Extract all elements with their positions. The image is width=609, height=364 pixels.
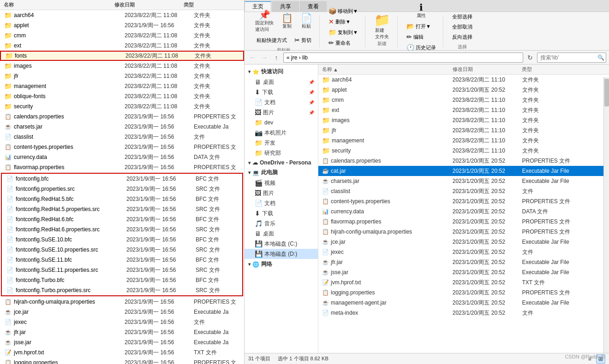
col-name-header[interactable]: 名称 ▲ xyxy=(322,66,453,73)
left-file-row[interactable]: 📄jexec2023/1/9/周一 16:56文件 xyxy=(0,317,244,327)
left-file-row[interactable]: 📄fontconfig.properties.src2023/1/9/周一 16… xyxy=(2,184,242,194)
nav-item[interactable]: 🖼图片📌 xyxy=(245,107,318,117)
table-row[interactable]: 📁management2023/8/22/周二 11:10文件夹 xyxy=(318,135,609,146)
nav-section-header[interactable]: ▾☁OneDrive - Persona xyxy=(245,158,318,167)
table-row[interactable]: 📁security2023/8/22/周二 11:10文件夹 xyxy=(318,146,609,156)
pin-quick-access-button[interactable]: 📌 固定到快速访问 xyxy=(252,9,277,34)
col-type-header[interactable]: 类型 xyxy=(522,66,609,73)
refresh-button[interactable]: ↻ xyxy=(525,53,535,63)
new-folder-button[interactable]: 📁 新建文件夹 xyxy=(371,16,394,39)
nav-item[interactable]: 📁开发 xyxy=(245,138,318,148)
left-file-row[interactable]: 📄fontconfig.SuSE.11.properties.src2023/1… xyxy=(2,265,242,275)
left-col-date-header[interactable]: 修改日期 xyxy=(114,1,184,8)
left-file-row[interactable]: 📄fontconfig.SuSE.10.properties.src2023/1… xyxy=(2,245,242,255)
nav-item[interactable]: 📷本机照片 xyxy=(245,128,318,138)
nav-item[interactable]: ⬇下载 xyxy=(245,208,318,218)
forward-button[interactable]: → xyxy=(259,53,269,63)
invert-select-button[interactable]: 反向选择 xyxy=(449,32,476,42)
left-file-row[interactable]: 📄fontconfig.RedHat.5.bfc2023/1/9/周一 16:5… xyxy=(2,194,242,204)
table-row[interactable]: 📋content-types.properties2023/1/20/周五 20… xyxy=(318,196,609,206)
select-none-button[interactable]: 全部取消 xyxy=(449,22,476,32)
rename-button[interactable]: ✏ 重命名 xyxy=(325,38,361,48)
left-file-row[interactable]: 📄fontconfig.SuSE.11.bfc2023/1/9/周一 16:56… xyxy=(2,255,242,265)
paste-button[interactable]: 📄 粘贴 xyxy=(297,12,316,31)
left-file-row[interactable]: 📋logging.properties2023/1/9/周一 16:56PROP… xyxy=(0,358,244,364)
file-pane-list[interactable]: 📁aarch642023/8/22/周二 11:10文件夹📁applet2023… xyxy=(318,75,609,353)
table-row[interactable]: ☕jce.jar2023/1/20/周五 20:52Executable Jar… xyxy=(318,237,609,247)
left-file-row[interactable]: 📄fontconfig.SuSE.10.bfc2023/1/9/周一 16:56… xyxy=(2,235,242,245)
table-row[interactable]: 📄classlist2023/1/20/周五 20:52文件 xyxy=(318,186,609,196)
col-date-header[interactable]: 修改日期 xyxy=(453,66,522,73)
nav-item[interactable]: 📁研究部 xyxy=(245,148,318,158)
left-file-row[interactable]: 📋content-types.properties2023/1/9/周一 16:… xyxy=(0,142,244,152)
table-row[interactable]: 📄meta-index2023/1/20/周五 20:52文件 xyxy=(318,308,609,318)
table-row[interactable]: 📁ext2023/8/22/周二 11:10文件夹 xyxy=(318,105,609,115)
left-file-row[interactable]: 📝jvm.hprof.txt2023/1/9/周一 16:56TXT 文件 xyxy=(0,347,244,358)
table-row[interactable]: ☕management-agent.jar2023/1/20/周五 20:52E… xyxy=(318,298,609,308)
table-row[interactable]: 📁images2023/8/22/周二 11:10文件夹 xyxy=(318,115,609,125)
table-row[interactable]: 📁aarch642023/8/22/周二 11:10文件夹 xyxy=(318,75,609,85)
nav-item[interactable]: 💾本地磁盘 (D:) xyxy=(245,249,318,259)
table-row[interactable]: 📝jvm.hprof.txt2023/1/20/周五 20:52TXT 文件 xyxy=(318,277,609,288)
left-file-row[interactable]: 📁applet2023/1/9/周一 16:56文件夹 xyxy=(0,20,244,30)
left-file-row[interactable]: 📄fontconfig.Turbo.bfc2023/1/9/周一 16:56BF… xyxy=(2,275,242,285)
left-file-row[interactable]: ☕jsse.jar2023/1/9/周一 16:56Executable Ja xyxy=(0,337,244,347)
left-file-row[interactable]: 📁fonts2023/8/22/周二 11:08文件夹 xyxy=(0,51,244,61)
left-file-row[interactable]: 📁jfr2023/8/22/周二 11:08文件夹 xyxy=(0,71,244,81)
table-row[interactable]: 📋logging.properties2023/1/20/周五 20:52PRO… xyxy=(318,288,609,298)
left-file-row[interactable]: 📁aarch642023/8/22/周二 11:08文件夹 xyxy=(0,10,244,20)
left-file-row[interactable]: ☕jfr.jar2023/1/9/周一 16:56Executable Ja xyxy=(0,327,244,337)
left-col-name-header[interactable]: 名称 xyxy=(4,1,114,8)
nav-item[interactable]: 🖥桌面 xyxy=(245,229,318,239)
search-input[interactable] xyxy=(537,53,606,63)
left-file-row[interactable]: 📋flavormap.properties2023/1/9/周一 16:56PR… xyxy=(0,162,244,172)
left-file-row[interactable]: 📁ext2023/8/22/周二 11:08文件夹 xyxy=(0,41,244,51)
open-button[interactable]: 📂 打开▼ xyxy=(403,21,439,31)
nav-item[interactable]: 📄文档📌 xyxy=(245,97,318,107)
left-file-list[interactable]: 📁aarch642023/8/22/周二 11:08文件夹📁applet2023… xyxy=(0,10,244,364)
table-row[interactable]: ☕charsets.jar2023/1/20/周五 20:52Executabl… xyxy=(318,176,609,186)
back-button[interactable]: ← xyxy=(247,53,257,63)
nav-item[interactable]: 💾本地磁盘 (C:) xyxy=(245,239,318,249)
move-to-button[interactable]: 📦 移动到▼ xyxy=(325,6,361,16)
left-col-type-header[interactable]: 类型 xyxy=(184,1,244,8)
left-file-row[interactable]: 📁oblique-fonts2023/8/22/周二 11:08文件夹 xyxy=(0,91,244,101)
edit-button[interactable]: ✏ 编辑 xyxy=(403,32,439,42)
nav-item[interactable]: 📁dev xyxy=(245,117,318,128)
left-file-row[interactable]: 📁images2023/8/22/周二 11:08文件夹 xyxy=(0,61,244,71)
nav-section-header[interactable]: ▾💻此电脑 xyxy=(245,167,318,178)
left-file-row[interactable]: 📁cmm2023/8/22/周二 11:08文件夹 xyxy=(0,30,244,41)
table-row[interactable]: 📁jfr2023/8/22/周二 11:10文件夹 xyxy=(318,125,609,135)
nav-item[interactable]: ⬇下载📌 xyxy=(245,87,318,97)
table-row[interactable]: 📁cmm2023/8/22/周二 11:10文件夹 xyxy=(318,95,609,105)
table-row[interactable]: 📋hijrah-config-umalqura.properties2023/1… xyxy=(318,227,609,237)
address-input[interactable] xyxy=(283,53,523,63)
table-row[interactable]: ☕jsse.jar2023/1/20/周五 20:52Executable Ja… xyxy=(318,267,609,277)
table-row[interactable]: 📁applet2023/1/20/周五 20:52文件夹 xyxy=(318,85,609,95)
left-file-row[interactable]: 📄fontconfig.bfc2023/1/9/周一 16:56BFC 文件 xyxy=(2,174,242,184)
up-button[interactable]: ↑ xyxy=(271,53,281,63)
nav-item[interactable]: 🎬视频 xyxy=(245,178,318,188)
select-all-button[interactable]: 全部选择 xyxy=(449,12,476,22)
table-row[interactable]: ☕cat.jar2023/1/20/周五 20:52Executable Jar… xyxy=(318,166,609,176)
left-file-row[interactable]: 📄fontconfig.RedHat.6.bfc2023/1/9/周一 16:5… xyxy=(2,214,242,224)
nav-item[interactable]: 🖥桌面📌 xyxy=(245,77,318,87)
left-file-row[interactable]: ☕jce.jar2023/1/9/周一 16:56Executable Ja xyxy=(0,307,244,317)
left-file-row[interactable]: 📁management2023/8/22/周二 11:08文件夹 xyxy=(0,81,244,91)
table-row[interactable]: 📋calendars.properties2023/1/20/周五 20:52P… xyxy=(318,156,609,166)
left-file-row[interactable]: 📁security2023/8/22/周二 11:08文件夹 xyxy=(0,101,244,112)
left-file-row[interactable]: 📄fontconfig.RedHat.6.properties.src2023/… xyxy=(2,224,242,235)
delete-button[interactable]: ✕ 删除▼ xyxy=(325,17,361,27)
left-file-row[interactable]: 📋calendars.properties2023/1/9/周一 16:56PR… xyxy=(0,112,244,122)
copy-button[interactable]: 📋 复制 xyxy=(278,12,296,31)
search-icon[interactable]: 🔍 xyxy=(597,54,604,61)
nav-section-header[interactable]: ▾🌐网络 xyxy=(245,259,318,270)
table-row[interactable]: ☕jfr.jar2023/1/20/周五 20:52Executable Jar… xyxy=(318,257,609,267)
left-file-row[interactable]: 📄classlist2023/1/9/周一 16:56文件 xyxy=(0,132,244,142)
left-file-row[interactable]: ☕charsets.jar2023/1/9/周一 16:56Executable… xyxy=(0,122,244,132)
nav-item[interactable]: 🎵音乐 xyxy=(245,218,318,229)
cut-button[interactable]: ✂ 剪切 xyxy=(291,35,315,45)
table-row[interactable]: 📄jexec2023/1/20/周五 20:52文件 xyxy=(318,247,609,257)
left-file-row[interactable]: 📊currency.data2023/1/9/周一 16:56DATA 文件 xyxy=(0,152,244,162)
left-file-row[interactable]: 📋hijrah-config-umalqura.properties2023/1… xyxy=(0,297,244,307)
